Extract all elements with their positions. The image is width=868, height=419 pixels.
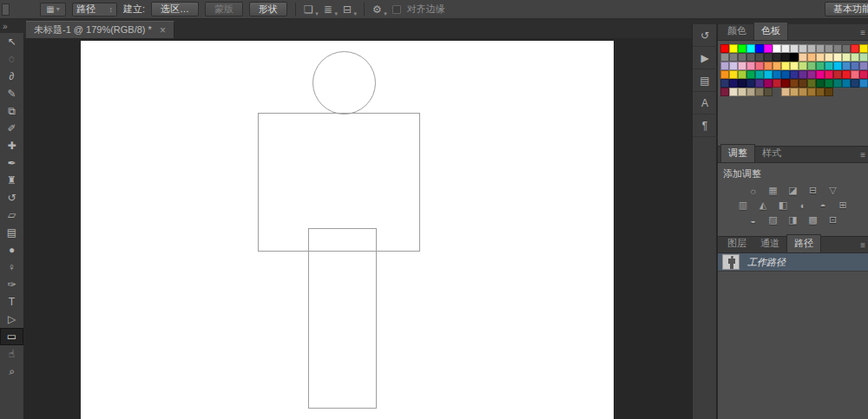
color-swatch[interactable]	[816, 70, 825, 79]
color-swatch[interactable]	[833, 79, 842, 88]
quick-selection-tool[interactable]: ✎	[0, 85, 23, 102]
color-swatch[interactable]	[729, 62, 738, 70]
tab-图层[interactable]: 图层	[720, 235, 753, 252]
color-swatch[interactable]	[842, 62, 851, 70]
channel-mixer-adjustment-icon[interactable]: ◓	[815, 199, 832, 212]
color-swatch[interactable]	[773, 70, 781, 79]
exposure-adjustment-icon[interactable]: ⊟	[805, 184, 821, 197]
color-swatch[interactable]	[842, 70, 851, 79]
tab-路径[interactable]: 路径	[786, 234, 821, 252]
color-swatch[interactable]	[790, 88, 799, 96]
color-swatch[interactable]	[746, 53, 755, 62]
color-swatch[interactable]	[720, 70, 729, 79]
color-swatch[interactable]	[851, 62, 859, 70]
color-swatch[interactable]	[755, 88, 764, 96]
color-swatch[interactable]	[773, 53, 781, 62]
color-swatch[interactable]	[807, 79, 816, 88]
gear-icon[interactable]: ⚙▾	[372, 3, 386, 16]
color-swatch[interactable]	[729, 44, 738, 53]
crop-tool[interactable]: ⧉	[0, 102, 23, 120]
panel-menu-icon[interactable]: ≡	[860, 240, 865, 250]
color-swatch[interactable]	[799, 44, 807, 53]
color-balance-adjustment-icon[interactable]: ◭	[755, 199, 772, 212]
color-swatch[interactable]	[738, 70, 746, 79]
paragraph-panel-icon[interactable]: ¶	[693, 115, 717, 137]
hand-tool[interactable]: ☝	[0, 345, 23, 363]
color-swatch[interactable]	[799, 88, 807, 96]
color-swatch[interactable]	[859, 62, 868, 70]
color-swatch[interactable]	[807, 88, 816, 96]
color-swatch[interactable]	[746, 88, 755, 96]
elliptical-marquee-tool[interactable]: ◌	[0, 50, 23, 68]
color-swatch[interactable]	[851, 70, 859, 79]
color-swatch[interactable]	[825, 44, 833, 53]
vibrance-adjustment-icon[interactable]: ▽	[825, 184, 841, 197]
color-swatch[interactable]	[859, 79, 868, 88]
workspace-button[interactable]: 基本功能	[825, 2, 868, 16]
color-swatch[interactable]	[790, 62, 799, 70]
invert-adjustment-icon[interactable]: ◒	[745, 213, 761, 226]
color-swatch[interactable]	[746, 70, 755, 79]
color-swatch[interactable]	[781, 62, 790, 70]
photo-filter-adjustment-icon[interactable]: ◐	[795, 199, 812, 212]
color-swatch[interactable]	[773, 79, 781, 88]
color-swatch[interactable]	[825, 53, 833, 62]
color-swatch[interactable]	[764, 79, 773, 88]
color-swatch[interactable]	[738, 44, 746, 53]
rectangle-tool[interactable]: ▭	[0, 328, 23, 345]
tab-调整[interactable]: 调整	[720, 144, 755, 162]
color-swatch[interactable]	[764, 70, 773, 79]
tool-preset-picker[interactable]: ▦▾	[40, 3, 66, 16]
color-swatch[interactable]	[825, 70, 833, 79]
color-swatch[interactable]	[720, 53, 729, 62]
hue-saturation-adjustment-icon[interactable]: ▥	[735, 199, 752, 212]
path-arrangement-icon[interactable]: ⊟▾	[343, 3, 356, 16]
color-swatch[interactable]	[781, 79, 790, 88]
lasso-tool[interactable]: ∂	[0, 68, 23, 85]
color-swatch[interactable]	[799, 79, 807, 88]
color-swatch[interactable]	[781, 44, 790, 53]
path-alignment-icon[interactable]: ≣▾	[324, 3, 337, 16]
path-selection-tool[interactable]: ▷	[0, 311, 23, 328]
color-swatch[interactable]	[720, 79, 729, 88]
color-swatch[interactable]	[859, 44, 868, 53]
color-swatch[interactable]	[825, 79, 833, 88]
color-swatch[interactable]	[859, 53, 868, 62]
history-brush-tool[interactable]: ↺	[0, 189, 23, 206]
close-icon[interactable]: ×	[160, 24, 166, 36]
color-swatch[interactable]	[755, 62, 764, 70]
history-panel-icon[interactable]: ↺	[693, 24, 717, 47]
color-swatch[interactable]	[746, 44, 755, 53]
color-swatch[interactable]	[773, 44, 781, 53]
color-swatch[interactable]	[738, 79, 746, 88]
color-swatch[interactable]	[720, 62, 729, 70]
color-swatch[interactable]	[842, 44, 851, 53]
color-swatch[interactable]	[746, 79, 755, 88]
selection-button[interactable]: 选区…	[151, 2, 199, 16]
color-swatch[interactable]	[807, 53, 816, 62]
type-tool[interactable]: T	[0, 293, 23, 311]
color-swatch[interactable]	[729, 88, 738, 96]
color-swatch[interactable]	[720, 88, 729, 96]
blur-tool[interactable]: ●	[0, 241, 23, 259]
color-swatch[interactable]	[720, 44, 729, 53]
move-tool[interactable]: ↖	[0, 33, 23, 50]
tool-mode-dropdown[interactable]: 路径 ↕	[72, 3, 117, 16]
path-operations-icon[interactable]: ❏▾	[304, 3, 318, 16]
character-panel-icon[interactable]: A	[693, 92, 717, 115]
gradient-map-adjustment-icon[interactable]: ▩	[805, 213, 821, 226]
color-swatch[interactable]	[816, 62, 825, 70]
color-swatch[interactable]	[773, 62, 781, 70]
color-swatch[interactable]	[790, 79, 799, 88]
canvas[interactable]	[81, 41, 614, 419]
eyedropper-tool[interactable]: ✐	[0, 120, 23, 137]
panel-menu-icon[interactable]: ≡	[860, 150, 865, 160]
tab-样式[interactable]: 样式	[755, 145, 788, 162]
color-swatch[interactable]	[807, 70, 816, 79]
curves-adjustment-icon[interactable]: ◪	[785, 184, 801, 197]
pen-tool[interactable]: ✑	[0, 276, 23, 293]
color-swatch[interactable]	[790, 53, 799, 62]
color-swatch[interactable]	[790, 44, 799, 53]
color-swatch[interactable]	[833, 53, 842, 62]
posterize-adjustment-icon[interactable]: ▨	[765, 213, 781, 226]
